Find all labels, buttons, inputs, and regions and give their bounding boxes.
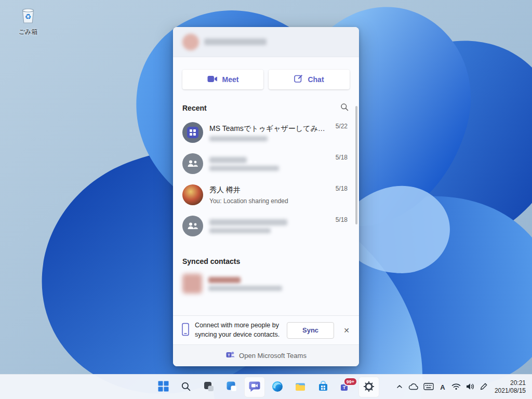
chat-title: 秀人 樽井 — [209, 185, 329, 195]
widgets-button[interactable] — [221, 377, 242, 397]
store-button[interactable] — [313, 377, 334, 397]
video-camera-icon — [207, 75, 218, 84]
wifi-button[interactable] — [449, 378, 463, 396]
action-buttons: Meet Chat — [173, 57, 359, 89]
synced-section-header: Synced contacts — [182, 257, 350, 265]
group-avatar-icon — [182, 153, 203, 174]
row-text — [208, 277, 348, 291]
chat-title: MS Teamsでトゥギャザーしてみ… — [209, 124, 329, 134]
wifi-icon — [451, 383, 461, 392]
windows-start-icon — [158, 381, 169, 393]
contact-detail-redacted — [208, 286, 282, 291]
teams-logo-icon: T — [225, 350, 235, 361]
contact-name-redacted — [208, 277, 241, 283]
edge-button[interactable] — [267, 377, 288, 397]
svg-text:T: T — [228, 353, 230, 357]
chat-title-redacted — [209, 219, 287, 225]
user-name-redacted — [204, 38, 267, 45]
file-explorer-icon — [295, 381, 306, 394]
speaker-icon — [466, 383, 475, 392]
search-button-taskbar[interactable] — [176, 377, 196, 397]
chevron-up-icon — [396, 383, 403, 391]
tray-chevron-button[interactable] — [393, 378, 406, 396]
keyboard-icon — [423, 383, 434, 392]
flyout-profile-header[interactable] — [173, 27, 359, 57]
close-banner-button[interactable]: ✕ — [340, 324, 353, 337]
chat-date: 5/18 — [336, 183, 348, 192]
photo-avatar — [182, 184, 203, 205]
pen-button[interactable] — [477, 378, 490, 396]
chat-date: 5/18 — [336, 215, 348, 223]
synced-contact-item[interactable] — [173, 269, 359, 299]
search-icon — [181, 381, 191, 393]
search-icon — [340, 103, 349, 113]
chat-date: 5/18 — [336, 152, 348, 161]
row-text — [209, 219, 329, 233]
taskbar-clock[interactable]: 20:21 2021/08/15 — [490, 379, 529, 395]
open-teams-link[interactable]: T Open Microsoft Teams — [173, 344, 359, 366]
clock-date: 2021/08/15 — [495, 387, 526, 395]
recent-item-ms-teams[interactable]: MS Teamsでトゥギャザーしてみ… 5/22 — [173, 117, 359, 148]
cloud-icon — [408, 383, 419, 392]
recent-item-group-2[interactable]: 5/18 — [173, 210, 359, 242]
teams-chat-flyout: Meet Chat Recent MS Teamsでトゥ — [173, 27, 359, 366]
widgets-icon — [226, 381, 237, 394]
file-explorer-button[interactable] — [290, 377, 311, 397]
start-button[interactable] — [153, 377, 174, 397]
chat-title-redacted — [209, 157, 247, 163]
ime-a-label: A — [440, 383, 445, 391]
taskbar-center-icons: T 99+ — [153, 377, 379, 397]
user-avatar — [182, 34, 199, 50]
sync-banner-text: Connect with more people by syncing your… — [195, 321, 282, 339]
recent-item-hideto-tarui[interactable]: 秀人 樽井 You: Location sharing ended 5/18 — [173, 179, 359, 210]
chat-bubble-icon — [248, 381, 261, 394]
scrollbar[interactable] — [355, 106, 357, 224]
volume-button[interactable] — [463, 378, 477, 396]
pen-icon — [480, 382, 488, 392]
teams-notification-badge: 99+ — [343, 377, 357, 386]
system-tray: A 20:21 2021/08/15 — [393, 376, 529, 398]
onedrive-button[interactable] — [406, 378, 421, 396]
settings-gear-icon — [363, 381, 375, 394]
task-view-icon — [203, 381, 215, 394]
recent-section-header: Recent — [182, 102, 350, 114]
sync-contacts-banner: Connect with more people by syncing your… — [173, 315, 359, 344]
teams-tile-avatar — [182, 122, 203, 143]
chat-preview: You: Location sharing ended — [209, 197, 329, 205]
row-text — [209, 157, 329, 171]
recycle-bin-label: ごみ箱 — [9, 28, 47, 36]
microsoft-store-icon — [317, 381, 329, 394]
chat-preview-redacted — [209, 166, 279, 171]
chat-preview-redacted — [209, 228, 271, 233]
search-button[interactable] — [339, 102, 350, 114]
meet-button-label: Meet — [222, 75, 239, 84]
task-view-button[interactable] — [198, 377, 219, 397]
sync-button[interactable]: Sync — [287, 322, 334, 339]
recycle-bin[interactable]: ♻ ごみ箱 — [9, 4, 47, 36]
group-avatar-icon — [182, 216, 203, 236]
chat-button-label: Chat — [308, 75, 324, 84]
desktop: ♻ ごみ箱 Meet Chat Recent — [0, 0, 532, 399]
chat-date: 5/22 — [336, 121, 348, 130]
touch-keyboard-button[interactable] — [421, 378, 436, 396]
meet-button[interactable]: Meet — [182, 70, 263, 89]
chat-flyout-button[interactable] — [244, 377, 265, 397]
recycle-bin-icon: ♻ — [18, 18, 38, 26]
settings-button[interactable] — [358, 377, 379, 397]
chat-button[interactable]: Chat — [269, 70, 350, 89]
smartphone-icon — [181, 323, 190, 338]
chat-preview-redacted — [209, 136, 268, 141]
taskbar: T 99+ — [0, 374, 532, 399]
teams-app-button[interactable]: T 99+ — [336, 377, 356, 397]
ime-indicator-button[interactable]: A — [436, 378, 449, 396]
svg-text:♻: ♻ — [25, 12, 32, 21]
clock-time: 20:21 — [495, 379, 526, 387]
recent-item-group-1[interactable]: 5/18 — [173, 148, 359, 179]
recent-title: Recent — [182, 104, 207, 112]
compose-chat-icon — [294, 74, 303, 85]
row-text: MS Teamsでトゥギャザーしてみ… — [209, 124, 329, 141]
contact-avatar-redacted — [182, 274, 202, 294]
open-teams-label: Open Microsoft Teams — [239, 352, 307, 360]
row-text: 秀人 樽井 You: Location sharing ended — [209, 185, 329, 205]
edge-browser-icon — [272, 381, 283, 394]
